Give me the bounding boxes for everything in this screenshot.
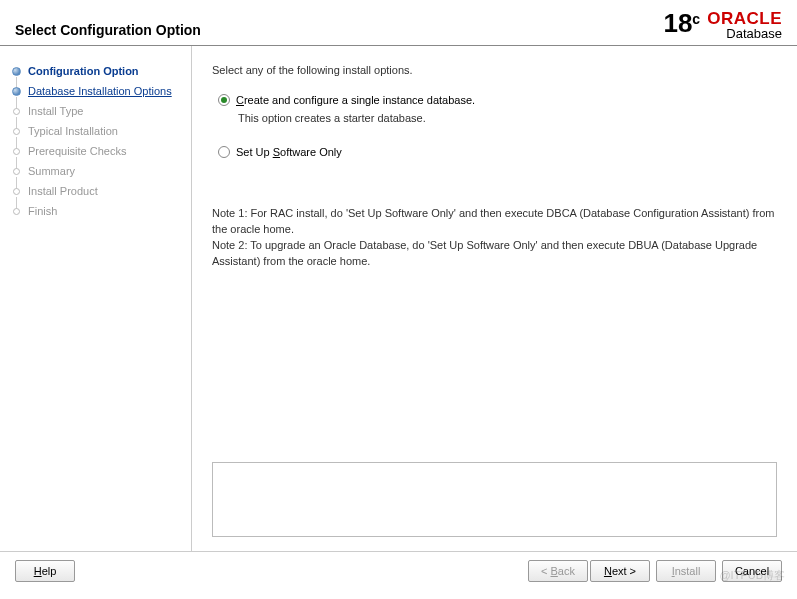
note-2: Note 2: To upgrade an Oracle Database, d… xyxy=(212,238,777,270)
radio-icon xyxy=(218,146,230,158)
intro-text: Select any of the following install opti… xyxy=(212,64,777,76)
step-summary: Summary xyxy=(0,161,191,181)
step-marker-icon xyxy=(10,205,22,217)
cancel-button[interactable]: Cancel xyxy=(722,560,782,582)
step-label: Install Type xyxy=(28,105,83,117)
step-label: Configuration Option xyxy=(28,65,139,77)
main-content: Select any of the following install opti… xyxy=(192,46,797,551)
brand-logo: 18c ORACLE Database xyxy=(663,10,782,40)
step-install-type: Install Type xyxy=(0,101,191,121)
logo-brand: ORACLE xyxy=(707,10,782,27)
back-button: < Back xyxy=(528,560,588,582)
logo-version: 18c xyxy=(663,10,700,36)
message-area xyxy=(212,462,777,537)
step-finish: Finish xyxy=(0,201,191,221)
step-configuration-option[interactable]: Configuration Option xyxy=(0,61,191,81)
step-prerequisite-checks: Prerequisite Checks xyxy=(0,141,191,161)
radio-label: Create and configure a single instance d… xyxy=(236,94,475,106)
option-create-single-instance[interactable]: Create and configure a single instance d… xyxy=(218,94,777,106)
step-database-installation-options[interactable]: Database Installation Options xyxy=(0,81,191,101)
step-label: Summary xyxy=(28,165,75,177)
next-button[interactable]: Next > xyxy=(590,560,650,582)
footer: Help < Back Next > Install Cancel xyxy=(0,551,797,590)
notes-block: Note 1: For RAC install, do 'Set Up Soft… xyxy=(212,206,777,270)
step-marker-icon xyxy=(10,145,22,157)
step-marker-icon xyxy=(10,125,22,137)
note-1: Note 1: For RAC install, do 'Set Up Soft… xyxy=(212,206,777,238)
step-marker-icon xyxy=(10,165,22,177)
option-description: This option creates a starter database. xyxy=(238,112,777,124)
step-label: Database Installation Options xyxy=(28,85,172,97)
page-title: Select Configuration Option xyxy=(15,10,201,38)
help-button[interactable]: Help xyxy=(15,560,75,582)
step-label: Install Product xyxy=(28,185,98,197)
logo-product: Database xyxy=(707,27,782,40)
install-button: Install xyxy=(656,560,716,582)
step-marker-icon xyxy=(10,85,22,97)
step-label: Finish xyxy=(28,205,57,217)
step-marker-icon xyxy=(10,65,22,77)
step-marker-icon xyxy=(10,185,22,197)
option-setup-software-only[interactable]: Set Up Software Only xyxy=(218,146,777,158)
step-label: Prerequisite Checks xyxy=(28,145,126,157)
wizard-sidebar: Configuration Option Database Installati… xyxy=(0,46,192,551)
step-typical-installation: Typical Installation xyxy=(0,121,191,141)
step-label: Typical Installation xyxy=(28,125,118,137)
radio-label: Set Up Software Only xyxy=(236,146,342,158)
header: Select Configuration Option 18c ORACLE D… xyxy=(0,0,797,46)
step-install-product: Install Product xyxy=(0,181,191,201)
step-marker-icon xyxy=(10,105,22,117)
radio-icon xyxy=(218,94,230,106)
